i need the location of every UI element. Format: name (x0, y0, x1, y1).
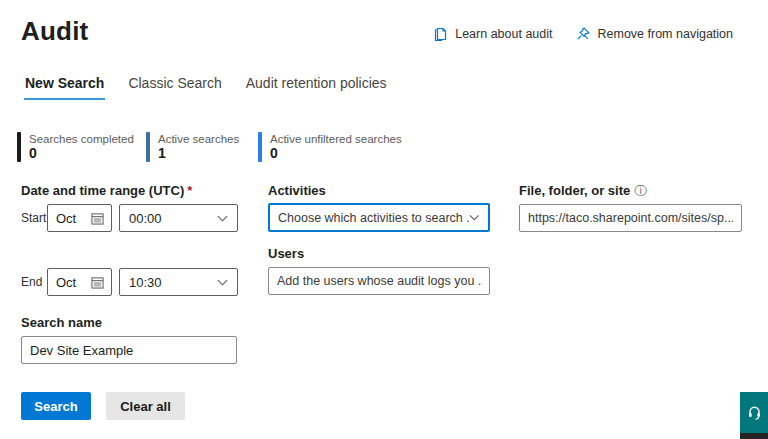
start-date-value: Oct (56, 211, 76, 226)
search-button[interactable]: Search (21, 392, 91, 420)
chevron-down-icon (217, 215, 228, 222)
stat-value: 1 (158, 146, 239, 161)
file-folder-site-input[interactable] (519, 204, 742, 232)
remove-from-navigation-link[interactable]: Remove from navigation (575, 26, 733, 42)
date-time-range-label: Date and time range (UTC)* (21, 183, 192, 198)
clear-all-button[interactable]: Clear all (106, 392, 185, 420)
start-time-value: 00:00 (129, 211, 162, 226)
bottom-edge-strip (740, 433, 768, 439)
users-input[interactable] (268, 267, 490, 295)
stat-value: 0 (270, 146, 402, 161)
activities-value: Choose which activities to search ... (278, 211, 469, 225)
book-icon (432, 26, 448, 42)
headset-icon (747, 405, 762, 420)
chevron-down-icon (217, 279, 228, 286)
stat-label: Active searches (158, 133, 239, 146)
unpin-icon (575, 26, 591, 42)
stat-bar (258, 132, 262, 162)
calendar-icon (91, 276, 104, 289)
help-support-button[interactable] (740, 392, 768, 433)
end-time-dropdown[interactable]: 10:30 (119, 268, 238, 296)
calendar-icon (91, 212, 104, 225)
file-folder-site-label: File, folder, or siteⓘ (519, 183, 647, 200)
tab-audit-retention-policies[interactable]: Audit retention policies (245, 73, 388, 100)
info-icon[interactable]: ⓘ (634, 184, 647, 198)
tab-new-search[interactable]: New Search (24, 73, 105, 100)
learn-about-audit-label: Learn about audit (455, 27, 552, 41)
date-time-range-label-text: Date and time range (UTC) (21, 183, 184, 198)
remove-from-navigation-label: Remove from navigation (598, 27, 733, 41)
stat-bar (146, 132, 150, 162)
stat-active-searches: Active searches 1 (146, 132, 239, 162)
end-date-value: Oct (56, 275, 76, 290)
end-label: End (21, 275, 42, 289)
file-folder-site-label-text: File, folder, or site (519, 183, 630, 198)
required-marker: * (187, 183, 192, 198)
page-title: Audit (21, 16, 88, 47)
stats-row: Searches completed 0 Active searches 1 A… (0, 132, 768, 164)
start-time-dropdown[interactable]: 00:00 (119, 204, 238, 232)
learn-about-audit-link[interactable]: Learn about audit (432, 26, 552, 42)
activities-dropdown[interactable]: Choose which activities to search ... (268, 203, 490, 232)
end-time-value: 10:30 (129, 275, 162, 290)
stat-searches-completed: Searches completed 0 (17, 132, 134, 162)
tab-classic-search[interactable]: Classic Search (127, 73, 222, 100)
activities-label: Activities (268, 183, 326, 198)
start-label: Start (21, 211, 46, 225)
tab-bar: New Search Classic Search Audit retentio… (24, 73, 388, 100)
stat-active-unfiltered-searches: Active unfiltered searches 0 (258, 132, 402, 162)
stat-bar (17, 132, 21, 162)
end-date-picker[interactable]: Oct (47, 268, 112, 296)
search-name-input[interactable] (21, 336, 237, 364)
users-label: Users (268, 246, 304, 261)
chevron-down-icon (469, 214, 480, 221)
stat-label: Searches completed (29, 133, 134, 146)
header-links: Learn about audit Remove from navigation (432, 26, 733, 42)
search-name-label: Search name (21, 315, 102, 330)
start-date-picker[interactable]: Oct (47, 204, 112, 232)
stat-label: Active unfiltered searches (270, 133, 402, 146)
stat-value: 0 (29, 146, 134, 161)
